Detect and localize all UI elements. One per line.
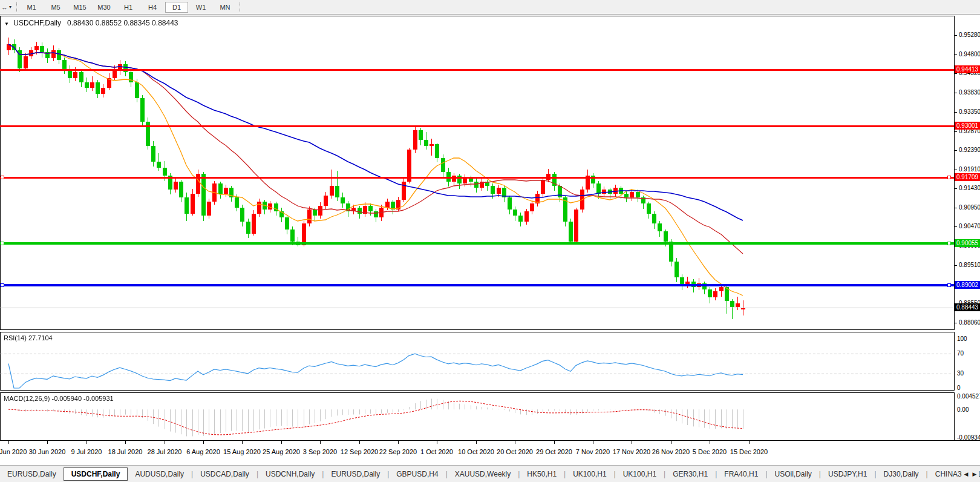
chart-ohlc-values: 0.88430 0.88552 0.88345 0.88443 [67, 19, 178, 27]
chart-tabs: EURUSD,DailyUSDCHF,DailyAUDUSD,Daily|USD… [0, 467, 980, 481]
price-line-badge: 0.89002 [955, 281, 980, 289]
chart-tab-xauusd-weekly[interactable]: XAUUSD,Weekly [448, 467, 518, 481]
chart-tab-dj30-daily[interactable]: DJ30,Daily [877, 467, 926, 481]
price-tick-label: 0.91430 [959, 185, 980, 191]
line-handle-right[interactable] [947, 176, 951, 179]
mt4-terminal: { "toolbar": { "left_icon": "chart-shift… [0, 0, 980, 482]
date-tick-mark [165, 441, 165, 444]
chart-tab-fra40-h1[interactable]: FRA40,H1 [717, 467, 765, 481]
rsi-axis-label: 70 [957, 350, 964, 357]
main-price-chart[interactable] [0, 16, 954, 329]
horizontal-line-0.89002[interactable] [0, 284, 954, 286]
chart-tab-audusd-daily[interactable]: AUDUSD,Daily [128, 467, 191, 481]
timeframe-button-h1[interactable]: H1 [117, 2, 140, 13]
chart-shift-tool-icon[interactable]: ↔ [1, 4, 8, 11]
price-tick-label: 0.93350 [959, 108, 980, 115]
timeframe-button-m15[interactable]: M15 [68, 2, 91, 13]
macd-axis-label: 0.004527 [957, 393, 980, 400]
toolbar-tool-dropdown[interactable]: ↔ ▾ [0, 4, 14, 11]
chart-tab-eurusd-daily[interactable]: EURUSD,Daily [0, 467, 64, 481]
date-tick-mark [398, 441, 399, 444]
chart-tab-hk50-h1[interactable]: HK50,H1 [520, 467, 564, 481]
price-line-badge: 0.93001 [955, 122, 980, 130]
rsi-indicator-pane[interactable] [0, 332, 954, 390]
timeframe-button-w1[interactable]: W1 [189, 2, 212, 13]
date-tick-mark [554, 441, 555, 444]
timeframe-button-m1[interactable]: M1 [20, 2, 43, 13]
price-tick-label: 0.89510 [959, 262, 980, 268]
date-tick-mark [515, 441, 515, 444]
date-tick-mark [710, 441, 710, 444]
timeframe-button-m5[interactable]: M5 [44, 2, 67, 13]
macd-axis-label: 0.00 [957, 406, 969, 413]
pane-separator-macd[interactable] [0, 390, 955, 393]
horizontal-line-0.91709[interactable] [0, 177, 954, 179]
horizontal-line-0.90055[interactable] [0, 242, 954, 245]
timeframe-button-d1[interactable]: D1 [165, 2, 188, 13]
chart-tab-usdcnh-daily[interactable]: USDCNH,Daily [258, 467, 322, 481]
tab-scroll-left-icon[interactable]: ◀ [962, 471, 970, 477]
price-tick-label: 0.90950 [959, 204, 980, 211]
rsi-axis-label: 100 [957, 335, 967, 342]
chart-tab-uk100-h1[interactable]: UK100,H1 [566, 467, 613, 481]
tab-scroll-buttons: ◀ ▶ [962, 466, 979, 482]
date-tick-mark [632, 441, 632, 444]
price-tick-mark [955, 131, 957, 132]
date-tick-mark [281, 441, 282, 444]
timeframe-button-h4[interactable]: H4 [141, 2, 164, 13]
price-tick-label: 0.92390 [959, 147, 980, 153]
price-tick-mark [955, 35, 957, 36]
price-tick-mark [955, 208, 957, 208]
date-tick-mark [320, 441, 321, 444]
price-tick-mark [955, 170, 957, 170]
date-tick-mark [125, 441, 126, 444]
timeframe-button-m30[interactable]: M30 [93, 2, 116, 13]
price-line-badge: 0.90055 [955, 239, 980, 247]
line-handle-right[interactable] [947, 242, 951, 245]
date-tick-mark [749, 441, 750, 444]
price-tick-label: 0.95280 [959, 31, 980, 38]
timeframe-button-mn[interactable]: MN [214, 2, 237, 13]
price-line-badge: 0.94413 [955, 65, 980, 73]
price-tick-mark [955, 73, 957, 74]
current-price-line [0, 308, 954, 308]
line-handle-left[interactable] [1, 242, 4, 245]
chart-tab-usoil-daily[interactable]: USOil,Daily [768, 467, 819, 481]
current-price-badge: 0.88443 [955, 303, 980, 311]
toolbar-grip [16, 2, 17, 12]
horizontal-line-0.93001[interactable] [0, 125, 954, 127]
chart-tab-ger30-h1[interactable]: GER30,H1 [665, 467, 715, 481]
price-tick-mark [955, 188, 957, 189]
rsi-indicator-label: RSI(14) 27.7104 [4, 334, 53, 342]
chart-tab-uk100-h1[interactable]: UK100,H1 [616, 467, 664, 481]
chart-tab-usdchf-daily[interactable]: USDCHF,Daily [64, 467, 128, 481]
line-handle-right[interactable] [947, 283, 951, 287]
date-tick-mark [47, 441, 48, 444]
tab-scroll-right-icon[interactable]: ▶ [970, 471, 979, 477]
date-tick-mark [203, 441, 204, 444]
chart-tab-gbpusd-h4[interactable]: GBPUSD,H4 [389, 467, 445, 481]
date-tick-mark [476, 441, 477, 444]
price-tick-label: 0.90470 [959, 223, 980, 229]
line-handle-left[interactable] [1, 283, 4, 287]
chart-title: ▼ USDCHF,Daily 0.88430 0.88552 0.88345 0… [4, 19, 178, 27]
chart-tab-eurusd-daily[interactable]: EURUSD,Daily [324, 467, 387, 481]
pane-separator-rsi[interactable] [0, 329, 955, 332]
chart-tab-usdcad-daily[interactable]: USDCAD,Daily [193, 467, 256, 481]
price-tick-mark [955, 112, 957, 113]
price-tick-mark [955, 93, 957, 93]
date-tick-mark [87, 441, 87, 444]
price-tick-mark [955, 150, 957, 151]
macd-indicator-pane[interactable] [0, 392, 954, 440]
price-tick-label: 0.88060 [959, 319, 980, 326]
line-handle-left[interactable] [1, 176, 4, 179]
date-tick-label: 15 Dec 2020 [726, 448, 772, 455]
date-tick-mark [593, 441, 593, 444]
dropdown-caret-icon[interactable]: ▾ [9, 4, 11, 10]
date-tick-mark [671, 441, 671, 444]
timeframe-toolbar: ↔ ▾ M1M5M15M30H1H4D1W1MN [0, 0, 980, 15]
collapse-triangle-icon[interactable]: ▼ [4, 21, 9, 27]
macd-indicator-label: MACD(12,26,9) -0.005940 -0.005931 [4, 395, 114, 402]
horizontal-line-0.94413[interactable] [0, 69, 954, 71]
chart-tab-usdjpy-h1[interactable]: USDJPY,H1 [821, 467, 874, 481]
